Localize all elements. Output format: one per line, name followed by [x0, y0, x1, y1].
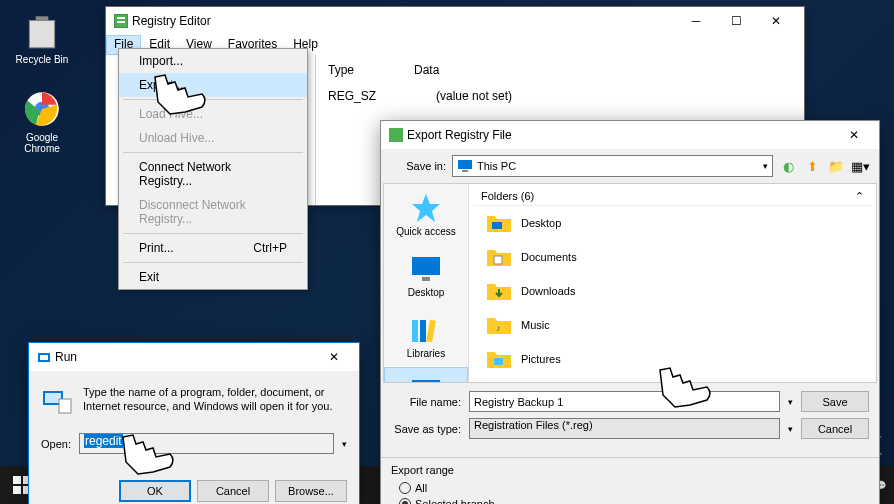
svg-rect-13 — [458, 160, 472, 169]
window-title: Export Registry File — [389, 128, 837, 142]
desktop-icon-recycle[interactable]: Recycle Bin — [12, 10, 72, 65]
close-button[interactable]: ✕ — [756, 8, 796, 34]
titlebar[interactable]: Export Registry File ✕ — [381, 121, 879, 149]
svg-text:♪: ♪ — [496, 323, 501, 333]
savein-dropdown[interactable]: This PC ▾ — [452, 155, 773, 177]
export-range-title: Export range — [391, 464, 869, 476]
svg-rect-18 — [412, 320, 418, 342]
folder-desktop[interactable]: Desktop — [473, 206, 872, 240]
run-icon — [41, 385, 73, 417]
svg-rect-8 — [40, 355, 48, 360]
svg-rect-17 — [422, 277, 430, 281]
desktop-icon-label: Google Chrome — [24, 132, 60, 154]
close-button[interactable]: ✕ — [317, 344, 351, 370]
svg-rect-0 — [29, 21, 54, 48]
svg-rect-16 — [412, 257, 440, 275]
file-menu-dropdown: Import... Export... Load Hive... Unload … — [118, 48, 308, 290]
minimize-button[interactable]: ─ — [676, 8, 716, 34]
desktop-icon-chrome[interactable]: Google Chrome — [12, 88, 72, 154]
val-type: REG_SZ — [328, 89, 376, 103]
run-dialog: Run ✕ Type the name of a program, folder… — [28, 342, 360, 504]
maximize-button[interactable]: ☐ — [716, 8, 756, 34]
col-type[interactable]: Type — [328, 63, 354, 77]
filename-input[interactable] — [469, 391, 780, 412]
svg-rect-32 — [494, 358, 503, 365]
svg-marker-15 — [412, 194, 440, 222]
run-description: Type the name of a program, folder, docu… — [83, 385, 347, 417]
menu-item-load-hive: Load Hive... — [119, 102, 307, 126]
sidebar-desktop[interactable]: Desktop — [384, 245, 468, 306]
svg-rect-33 — [13, 476, 21, 484]
menu-item-exit[interactable]: Exit — [119, 265, 307, 289]
radio-icon — [399, 498, 411, 504]
menu-separator — [123, 152, 303, 153]
range-selected[interactable]: Selected branch — [391, 498, 869, 504]
svg-rect-20 — [426, 320, 436, 343]
views-icon[interactable]: ▦▾ — [851, 157, 869, 175]
svg-rect-35 — [13, 486, 21, 494]
folder-documents[interactable]: Documents — [473, 240, 872, 274]
export-dialog: Export Registry File ✕ Save in: This PC … — [380, 120, 880, 504]
collapse-icon[interactable]: ⌃ — [855, 190, 864, 203]
up-icon[interactable]: ⬆ — [803, 157, 821, 175]
savetype-dropdown[interactable]: Registration Files (*.reg) — [469, 418, 780, 439]
filename-label: File name: — [391, 396, 461, 408]
menu-item-unload-hive: Unload Hive... — [119, 126, 307, 150]
svg-rect-6 — [117, 21, 125, 23]
places-sidebar: Quick access Desktop Libraries This PC N… — [384, 184, 469, 382]
radio-icon — [399, 482, 411, 494]
sidebar-quick-access[interactable]: Quick access — [384, 184, 468, 245]
col-data[interactable]: Data — [414, 63, 439, 77]
pointer-hand-icon — [118, 432, 178, 486]
sidebar-this-pc[interactable]: This PC — [384, 367, 468, 382]
pointer-hand-icon — [655, 365, 715, 419]
savein-label: Save in: — [391, 160, 446, 172]
menu-item-print[interactable]: Print...Ctrl+P — [119, 236, 307, 260]
window-title: Registry Editor — [114, 14, 676, 28]
menu-item-disconnect-network: Disconnect Network Registry... — [119, 193, 307, 231]
back-icon[interactable]: ◐ — [779, 157, 797, 175]
titlebar[interactable]: Run ✕ — [29, 343, 359, 371]
desktop-icon-label: Recycle Bin — [16, 54, 69, 65]
svg-rect-12 — [389, 128, 403, 142]
folder-view[interactable]: Folders (6) ⌃ Desktop Documents Download… — [469, 184, 876, 382]
open-label: Open: — [41, 438, 71, 450]
folder-music[interactable]: ♪ Music — [473, 308, 872, 342]
menu-separator — [123, 233, 303, 234]
svg-rect-19 — [420, 320, 426, 342]
folder-downloads[interactable]: Downloads — [473, 274, 872, 308]
svg-rect-11 — [59, 399, 71, 413]
folders-count: Folders (6) — [481, 190, 534, 203]
dropdown-icon[interactable]: ▾ — [342, 439, 347, 449]
menu-item-import[interactable]: Import... — [119, 49, 307, 73]
svg-rect-1 — [36, 16, 49, 20]
save-button[interactable]: Save — [801, 391, 869, 412]
browse-button[interactable]: Browse... — [275, 480, 347, 502]
cancel-button[interactable]: Cancel — [197, 480, 269, 502]
svg-rect-14 — [462, 170, 468, 172]
close-button[interactable]: ✕ — [837, 122, 871, 148]
cancel-button[interactable]: Cancel — [801, 418, 869, 439]
range-all[interactable]: All — [391, 482, 869, 494]
window-title: Run — [37, 350, 317, 364]
menu-item-connect-network[interactable]: Connect Network Registry... — [119, 155, 307, 193]
titlebar[interactable]: Registry Editor ─ ☐ ✕ — [106, 7, 804, 35]
val-data: (value not set) — [436, 89, 512, 103]
pc-icon — [457, 159, 473, 173]
savetype-label: Save as type: — [391, 423, 461, 435]
svg-rect-21 — [412, 380, 440, 382]
svg-rect-5 — [117, 17, 125, 19]
new-folder-icon[interactable]: 📁 — [827, 157, 845, 175]
menu-item-export[interactable]: Export... — [119, 73, 307, 97]
svg-rect-30 — [494, 256, 502, 264]
menu-separator — [123, 262, 303, 263]
pointer-hand-icon — [150, 72, 210, 126]
svg-rect-29 — [492, 222, 502, 229]
sidebar-libraries[interactable]: Libraries — [384, 306, 468, 367]
